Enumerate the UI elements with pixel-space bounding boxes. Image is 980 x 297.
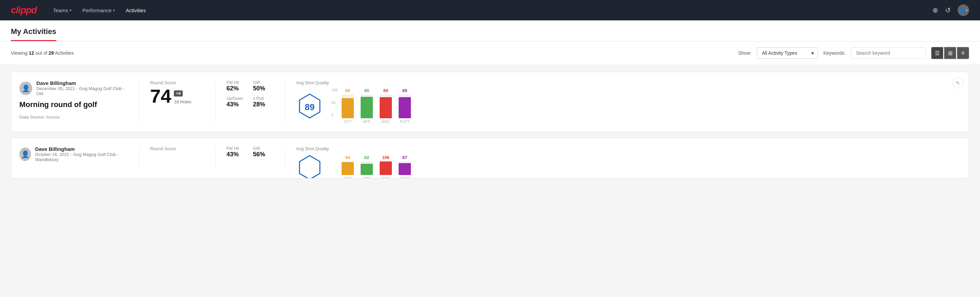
gir-label: GIR xyxy=(253,146,274,151)
bar-arg-label: ARG xyxy=(382,176,390,179)
updown-label: Up/Down xyxy=(226,96,248,101)
view-toggle: ☰ ⊞ ≡ xyxy=(931,47,969,59)
user-name: Dave Billingham xyxy=(35,146,128,152)
gir-label: GIR xyxy=(253,80,274,85)
y-mid-label: 50 xyxy=(331,101,337,105)
user-name: Dave Billingham xyxy=(37,80,128,86)
bar-putt-label: PUTT xyxy=(400,120,410,124)
bar-arg-value: 106 xyxy=(382,155,390,160)
fw-hit-label: FW Hit xyxy=(226,80,248,85)
quality-score-text: 89 xyxy=(305,102,315,112)
gir-value: 50% xyxy=(253,85,274,92)
keywords-label: Keywords: xyxy=(824,50,846,56)
card-left: 👤 Dave Billingham October 16, 2021 - Gog… xyxy=(19,146,128,166)
nav-item-activities[interactable]: Activities xyxy=(126,5,146,16)
viewing-total: 29 xyxy=(49,50,54,56)
divider xyxy=(139,80,139,124)
search-input[interactable] xyxy=(851,47,926,59)
bar-arg: 89 ARG xyxy=(380,88,392,124)
refresh-icon[interactable]: ↺ xyxy=(945,6,951,14)
filter-bar: Viewing 12 out of 29 Activities Show: Al… xyxy=(0,42,980,65)
navbar: clippd Teams ▾ Performance ▾ Activities … xyxy=(0,0,980,21)
date-course: October 16, 2021 - Gog Magog Golf Club -… xyxy=(35,152,128,162)
bar-arg-value: 89 xyxy=(383,88,388,93)
bar-columns: 94 OTT 82 APP xyxy=(342,155,961,179)
avg-shot-quality-label: Avg Shot Quality xyxy=(296,146,961,151)
card-left: 👤 Dave Billingham December 05, 2021 - Go… xyxy=(19,80,128,120)
divider xyxy=(285,80,285,124)
activity-title[interactable]: Morning round of golf xyxy=(19,100,128,109)
date-course: December 05, 2021 - Gog Magog Golf Club … xyxy=(37,86,128,96)
bar-chart: 100 50 0 85 OTT xyxy=(331,88,961,124)
score-badge: +4 xyxy=(174,90,183,96)
bar-ott: 85 OTT xyxy=(342,88,354,124)
bar-app-value: 90 xyxy=(364,88,369,93)
nav-item-teams[interactable]: Teams ▾ xyxy=(53,5,71,16)
bar-ott-fill xyxy=(342,162,354,175)
bar-arg-label: ARG xyxy=(382,120,390,124)
fw-hit-stat: FW Hit 62% xyxy=(226,80,248,92)
avatar: 👤 xyxy=(19,147,31,161)
avatar-icon: 👤 xyxy=(21,150,30,158)
chevron-down-icon: ▾ xyxy=(70,8,72,13)
round-score-label: Round Score xyxy=(150,146,204,151)
bar-ott: 94 OTT xyxy=(342,155,354,179)
updown-stat: Up/Down 43% xyxy=(226,96,248,108)
one-putt-label: 1 Putt xyxy=(253,96,274,101)
card-user: 👤 Dave Billingham October 16, 2021 - Gog… xyxy=(19,146,128,162)
quality-content: 89 100 50 0 85 xyxy=(296,88,961,124)
bar-app-label: APP xyxy=(363,176,371,179)
bar-app-value: 82 xyxy=(364,155,369,160)
divider xyxy=(215,80,216,124)
bar-ott-label: OTT xyxy=(344,176,352,179)
one-putt-stat: 1 Putt 28% xyxy=(253,96,274,108)
bar-ott-value: 85 xyxy=(345,88,350,93)
bar-putt-value: 87 xyxy=(402,155,407,160)
bar-putt: 87 PUTT xyxy=(399,155,411,179)
grid-view-button[interactable]: ⊞ xyxy=(944,47,956,59)
show-label: Show: xyxy=(738,50,751,56)
nav-teams-label: Teams xyxy=(53,8,68,13)
subheader: My Activities xyxy=(0,21,980,42)
quality-content: 94 OTT 82 APP xyxy=(296,154,961,179)
quality-hexagon xyxy=(296,154,323,179)
fw-hit-label: FW Hit xyxy=(226,146,248,151)
activity-card: ✎ 👤 Dave Billingham December 05, 2021 - … xyxy=(11,72,969,132)
activity-type-dropdown[interactable]: All Activity Types xyxy=(757,47,818,59)
bar-app-fill xyxy=(361,97,373,118)
compact-view-button[interactable]: ≡ xyxy=(957,47,969,59)
score-holes: 18 Holes xyxy=(174,99,191,104)
avatar-chevron: ▾ xyxy=(966,8,968,13)
logo[interactable]: clippd xyxy=(11,5,37,16)
fw-hit-stat: FW Hit 43% xyxy=(226,146,248,158)
divider xyxy=(285,146,285,170)
nav-item-performance[interactable]: Performance ▾ xyxy=(83,5,115,16)
bar-app-track xyxy=(361,94,373,118)
viewing-prefix: Viewing xyxy=(11,50,29,56)
bar-putt-fill xyxy=(399,97,411,118)
user-avatar[interactable]: 👤 ▾ xyxy=(958,5,969,16)
edit-button[interactable]: ✎ xyxy=(953,77,963,88)
activity-type-dropdown-wrapper: All Activity Types xyxy=(757,47,818,59)
card-user: 👤 Dave Billingham December 05, 2021 - Go… xyxy=(19,80,128,96)
hexagon-svg xyxy=(296,154,323,179)
quality-hexagon: 89 xyxy=(296,93,323,120)
bar-app-fill xyxy=(361,164,373,175)
bar-arg-track xyxy=(380,161,392,175)
y-max-label: 100 xyxy=(331,88,337,92)
list-view-button[interactable]: ☰ xyxy=(931,47,943,59)
score-value-row: 74 +4 18 Holes xyxy=(150,87,204,106)
bar-ott-track xyxy=(342,94,354,118)
round-score-label: Round Score xyxy=(150,80,204,85)
add-icon[interactable]: ⊕ xyxy=(932,6,938,14)
bar-chart: 94 OTT 82 APP xyxy=(331,155,961,179)
bar-columns: 85 OTT 90 xyxy=(342,88,961,124)
round-score: Round Score 74 +4 18 Holes xyxy=(150,80,204,106)
viewing-middle: out of xyxy=(34,50,49,56)
activity-card: 👤 Dave Billingham October 16, 2021 - Gog… xyxy=(11,137,969,179)
divider xyxy=(139,146,139,170)
fw-hit-value: 62% xyxy=(226,85,248,92)
bar-app: 82 APP xyxy=(361,155,373,179)
data-source: Data Source: Arccos xyxy=(19,115,128,120)
bar-putt-track xyxy=(399,161,411,175)
